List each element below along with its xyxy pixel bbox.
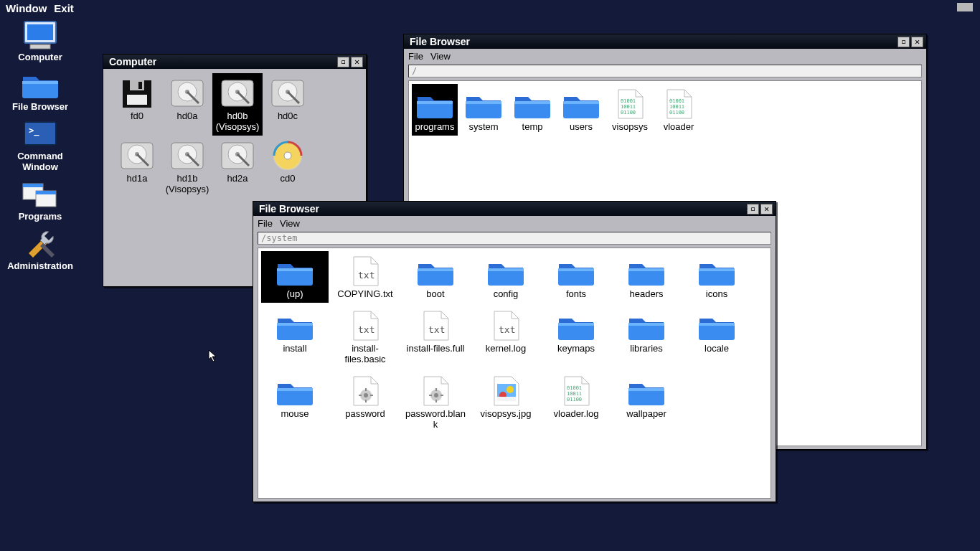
fb2-menu: File View <box>253 216 776 230</box>
file-item[interactable]: boot <box>402 251 469 303</box>
file-item[interactable]: vloader <box>656 84 702 136</box>
config-icon <box>415 374 456 407</box>
txt-icon <box>486 309 526 342</box>
fb1-menu-view[interactable]: View <box>430 51 451 62</box>
minimize-button[interactable]: ▫ <box>337 57 349 67</box>
folder-icon <box>275 254 315 287</box>
drive-item[interactable]: hd0b (Visopsys) <box>212 73 263 136</box>
file-label: boot <box>403 289 468 300</box>
menu-exit[interactable]: Exit <box>54 2 74 14</box>
close-button[interactable]: ✕ <box>351 57 363 67</box>
fb2-path[interactable]: /system <box>258 232 771 245</box>
tray-minimize-button[interactable] <box>957 3 973 11</box>
drive-item[interactable]: hd0c <box>263 73 313 136</box>
file-item[interactable]: install-files.full <box>402 306 469 368</box>
fb2-file-list: (up) COPYING.txt boot config fonts heade… <box>258 248 771 499</box>
file-label: headers <box>614 289 679 300</box>
folder-icon <box>486 254 526 287</box>
folder-icon <box>275 374 315 407</box>
file-label: programs <box>413 122 456 133</box>
file-label: install <box>263 344 327 354</box>
drive-item[interactable]: hd2a <box>212 136 263 198</box>
binary-icon <box>659 87 699 120</box>
fb1-titlebar[interactable]: File Browser ▫ ✕ <box>404 34 926 49</box>
drive-item[interactable]: hd1b (Visopsys) <box>162 136 212 198</box>
folder-icon <box>561 87 601 120</box>
fb1-menu-file[interactable]: File <box>408 51 423 62</box>
file-item[interactable]: visopsys <box>607 84 653 136</box>
desktop-icon-label: Administration <box>4 260 76 271</box>
file-item[interactable]: password.blank <box>402 371 469 433</box>
computer-title: Computer <box>109 56 336 67</box>
file-item[interactable]: programs <box>412 84 458 136</box>
file-item[interactable]: visopsys.jpg <box>472 371 540 433</box>
desktop-icon-label: Command Window <box>4 151 76 172</box>
folder-icon <box>512 87 552 120</box>
file-item[interactable]: icons <box>683 251 750 303</box>
txt-icon <box>345 254 385 287</box>
menu-window[interactable]: Window <box>6 2 47 14</box>
file-item[interactable]: COPYING.txt <box>331 251 399 303</box>
desktop-icon-file-browser[interactable]: File Browser <box>4 67 76 112</box>
binary-icon <box>556 374 596 407</box>
terminal-icon <box>20 116 60 149</box>
file-label: wallpaper <box>614 409 679 420</box>
drive-item[interactable]: hd1a <box>112 136 162 198</box>
file-label: fonts <box>544 289 608 300</box>
floppy-icon <box>117 76 157 109</box>
drive-item[interactable]: cd0 <box>263 136 313 198</box>
file-label: (up) <box>263 289 327 300</box>
fb2-title: File Browser <box>259 203 745 215</box>
file-label: users <box>560 122 603 133</box>
minimize-button[interactable]: ▫ <box>897 37 910 47</box>
file-item[interactable]: fonts <box>542 251 610 303</box>
file-label: install-files.full <box>403 344 468 354</box>
file-item[interactable]: users <box>558 84 604 136</box>
minimize-button[interactable]: ▫ <box>747 204 759 215</box>
file-item[interactable]: locale <box>683 306 750 368</box>
fb2-menu-file[interactable]: File <box>258 218 273 229</box>
file-item[interactable]: keymaps <box>542 306 610 368</box>
cursor-icon <box>208 349 218 362</box>
drive-label: hd0c <box>264 111 311 122</box>
folder-icon <box>626 254 666 287</box>
close-button[interactable]: ✕ <box>760 204 773 215</box>
desktop-icon-administration[interactable]: Administration <box>4 226 76 271</box>
file-item[interactable]: vloader.log <box>542 371 610 433</box>
folder-icon <box>626 309 666 342</box>
tools-icon <box>20 226 60 259</box>
cd-icon <box>268 138 308 171</box>
file-label: system <box>462 122 505 133</box>
folder-icon <box>697 254 737 287</box>
file-item[interactable]: (up) <box>261 251 329 303</box>
file-item[interactable]: password <box>331 371 399 433</box>
desktop-icon-programs[interactable]: Programs <box>4 176 76 222</box>
fb2-menu-view[interactable]: View <box>280 218 300 229</box>
programs-icon <box>20 176 60 209</box>
file-item[interactable]: kernel.log <box>472 306 540 368</box>
file-item[interactable]: temp <box>509 84 555 136</box>
file-item[interactable]: wallpaper <box>613 371 680 433</box>
image-icon <box>486 374 526 407</box>
drive-label: hd2a <box>214 174 261 184</box>
file-item[interactable]: mouse <box>261 371 329 433</box>
file-item[interactable]: system <box>461 84 507 136</box>
file-item[interactable]: install-files.basic <box>331 306 399 368</box>
fb2-titlebar[interactable]: File Browser ▫ ✕ <box>253 202 776 216</box>
file-label: COPYING.txt <box>333 289 397 300</box>
hdd-icon <box>217 138 258 171</box>
drive-item[interactable]: fd0 <box>112 73 162 136</box>
file-item[interactable]: config <box>472 251 540 303</box>
desktop-icon-command-window[interactable]: Command Window <box>4 116 76 172</box>
drive-item[interactable]: hd0a <box>162 73 212 136</box>
computer-titlebar[interactable]: Computer ▫ ✕ <box>103 55 366 69</box>
file-item[interactable]: headers <box>613 251 680 303</box>
hdd-icon <box>217 76 258 109</box>
file-item[interactable]: libraries <box>613 306 680 368</box>
desktop-icon-computer[interactable]: Computer <box>4 17 76 62</box>
fb1-menu: File View <box>404 49 926 63</box>
file-item[interactable]: install <box>261 306 329 368</box>
file-label: vloader.log <box>544 409 608 420</box>
fb1-path[interactable]: / <box>408 65 922 77</box>
close-button[interactable]: ✕ <box>911 37 923 47</box>
